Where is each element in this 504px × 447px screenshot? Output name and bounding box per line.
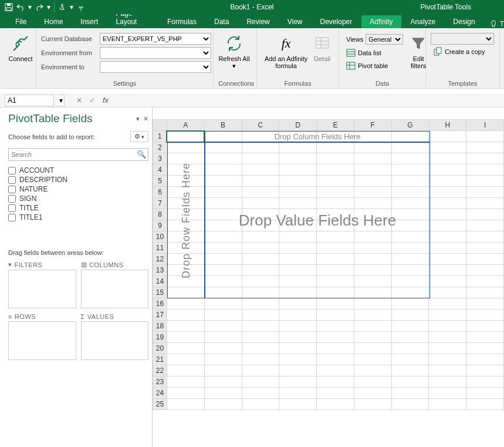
cell-D18[interactable] bbox=[279, 321, 317, 332]
cell-F17[interactable] bbox=[354, 310, 391, 321]
cell-B18[interactable] bbox=[204, 321, 242, 332]
formula-input[interactable] bbox=[113, 95, 504, 106]
cell-A12[interactable] bbox=[167, 254, 204, 265]
cell-E8[interactable] bbox=[317, 209, 354, 220]
add-adfinity-formula-button[interactable]: fx Add an Adfinity formula bbox=[262, 31, 310, 69]
cell-G4[interactable] bbox=[391, 164, 429, 176]
cell-H24[interactable] bbox=[429, 388, 466, 399]
cell-I25[interactable] bbox=[466, 399, 504, 410]
cell-B17[interactable] bbox=[204, 310, 242, 321]
cell-B3[interactable] bbox=[204, 153, 242, 164]
cell-A6[interactable] bbox=[167, 187, 204, 198]
field-checkbox[interactable] bbox=[8, 195, 16, 203]
cell-H6[interactable] bbox=[429, 187, 466, 198]
cell-D3[interactable] bbox=[279, 153, 317, 164]
env-from-select[interactable] bbox=[100, 47, 211, 59]
cell-F6[interactable] bbox=[354, 187, 391, 198]
row-header-9[interactable]: 9 bbox=[153, 220, 167, 231]
cell-G10[interactable] bbox=[391, 231, 429, 243]
cell-G2[interactable] bbox=[391, 142, 429, 153]
cell-C23[interactable] bbox=[242, 377, 279, 388]
cell-F2[interactable] bbox=[354, 142, 391, 153]
cell-E21[interactable] bbox=[317, 354, 354, 365]
cell-D8[interactable] bbox=[279, 209, 317, 220]
pivot-table-button[interactable]: Pivot table bbox=[344, 60, 405, 72]
cell-D24[interactable] bbox=[279, 388, 317, 399]
field-item-account[interactable]: ACCOUNT bbox=[8, 166, 148, 175]
values-drop[interactable] bbox=[81, 321, 149, 360]
cell-C7[interactable] bbox=[242, 198, 279, 209]
field-list[interactable]: ACCOUNTDESCRIPTIONNATURESIGNTITLETITLE1 bbox=[8, 166, 148, 241]
cell-A1[interactable] bbox=[167, 131, 204, 142]
cell-E10[interactable] bbox=[317, 231, 354, 243]
row-header-18[interactable]: 18 bbox=[153, 321, 167, 332]
qat-customize-icon[interactable]: ╤ bbox=[76, 1, 86, 14]
cell-E6[interactable] bbox=[317, 187, 354, 198]
cell-B10[interactable] bbox=[204, 231, 242, 243]
cell-B22[interactable] bbox=[204, 365, 242, 377]
env-to-select[interactable] bbox=[100, 61, 211, 73]
cell-F21[interactable] bbox=[354, 354, 391, 365]
cell-D16[interactable] bbox=[279, 298, 317, 310]
undo-dropdown-icon[interactable]: ▾ bbox=[27, 1, 33, 14]
row-header-24[interactable]: 24 bbox=[153, 388, 167, 399]
row-header-21[interactable]: 21 bbox=[153, 354, 167, 365]
detail-button[interactable]: Detail bbox=[310, 31, 334, 62]
cell-F23[interactable] bbox=[354, 377, 391, 388]
cell-I9[interactable] bbox=[466, 220, 504, 231]
row-header-2[interactable]: 2 bbox=[153, 142, 167, 153]
cell-C2[interactable] bbox=[242, 142, 279, 153]
cell-B24[interactable] bbox=[204, 388, 242, 399]
cell-C4[interactable] bbox=[242, 164, 279, 176]
name-box[interactable]: A1 bbox=[5, 95, 54, 106]
tab-home[interactable]: Home bbox=[36, 15, 71, 28]
cell-H17[interactable] bbox=[429, 310, 466, 321]
cell-F13[interactable] bbox=[354, 265, 391, 276]
tab-adfinity[interactable]: Adfinity bbox=[361, 15, 401, 28]
edit-filters-button[interactable]: Edit filters bbox=[409, 31, 428, 69]
redo-dropdown-icon[interactable]: ▾ bbox=[46, 1, 52, 14]
cell-C22[interactable] bbox=[242, 365, 279, 377]
cell-G25[interactable] bbox=[391, 399, 429, 410]
cell-I20[interactable] bbox=[466, 343, 504, 354]
cell-G24[interactable] bbox=[391, 388, 429, 399]
cell-A4[interactable] bbox=[167, 164, 204, 176]
cell-I24[interactable] bbox=[466, 388, 504, 399]
cell-C19[interactable] bbox=[242, 332, 279, 343]
cell-C17[interactable] bbox=[242, 310, 279, 321]
row-header-12[interactable]: 12 bbox=[153, 254, 167, 265]
cell-F9[interactable] bbox=[354, 220, 391, 231]
cell-D17[interactable] bbox=[279, 310, 317, 321]
cell-H13[interactable] bbox=[429, 265, 466, 276]
cell-I7[interactable] bbox=[466, 198, 504, 209]
cell-D7[interactable] bbox=[279, 198, 317, 209]
cell-H5[interactable] bbox=[429, 176, 466, 187]
cell-A3[interactable] bbox=[167, 153, 204, 164]
cell-H2[interactable] bbox=[429, 142, 466, 153]
accept-icon[interactable]: ✓ bbox=[86, 96, 99, 105]
views-select[interactable]: General a bbox=[366, 34, 403, 45]
connect-button[interactable]: Connect bbox=[5, 31, 36, 62]
cell-E3[interactable] bbox=[317, 153, 354, 164]
cell-H12[interactable] bbox=[429, 254, 466, 265]
cell-F3[interactable] bbox=[354, 153, 391, 164]
cell-E5[interactable] bbox=[317, 176, 354, 187]
cell-F7[interactable] bbox=[354, 198, 391, 209]
cell-F14[interactable] bbox=[354, 276, 391, 287]
field-item-nature[interactable]: NATURE bbox=[8, 184, 148, 194]
rows-drop[interactable] bbox=[8, 321, 76, 360]
cell-F20[interactable] bbox=[354, 343, 391, 354]
cell-E9[interactable] bbox=[317, 220, 354, 231]
cell-C20[interactable] bbox=[242, 343, 279, 354]
cell-A9[interactable] bbox=[167, 220, 204, 231]
cell-G1[interactable] bbox=[391, 131, 429, 142]
cell-C24[interactable] bbox=[242, 388, 279, 399]
cell-C18[interactable] bbox=[242, 321, 279, 332]
row-header-1[interactable]: 1 bbox=[153, 131, 167, 142]
col-header-E[interactable]: E bbox=[317, 120, 354, 131]
cell-E4[interactable] bbox=[317, 164, 354, 176]
cell-F15[interactable] bbox=[354, 287, 391, 298]
cell-B8[interactable] bbox=[204, 209, 242, 220]
row-header-11[interactable]: 11 bbox=[153, 243, 167, 254]
cell-C5[interactable] bbox=[242, 176, 279, 187]
